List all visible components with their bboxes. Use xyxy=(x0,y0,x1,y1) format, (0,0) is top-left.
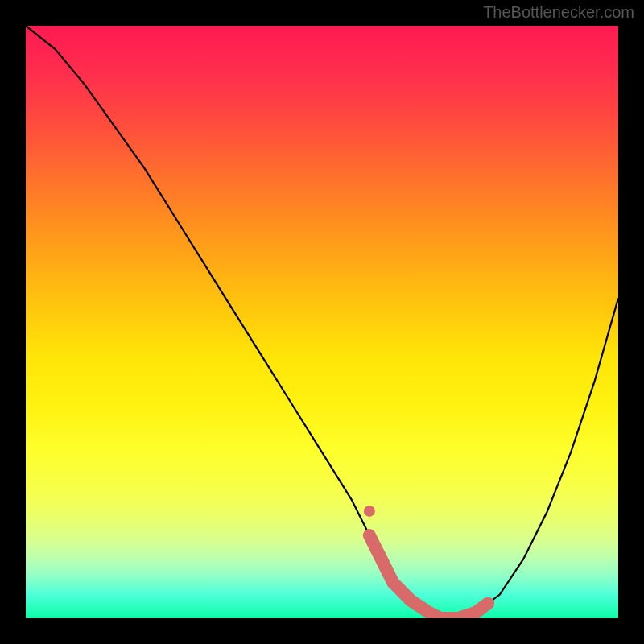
chart-plot-area xyxy=(26,26,618,618)
bottleneck-curve xyxy=(26,26,618,618)
optimal-range-highlight xyxy=(369,535,488,618)
watermark-text: TheBottlenecker.com xyxy=(483,3,634,22)
optimal-start-marker xyxy=(364,506,375,517)
chart-svg xyxy=(26,26,618,618)
